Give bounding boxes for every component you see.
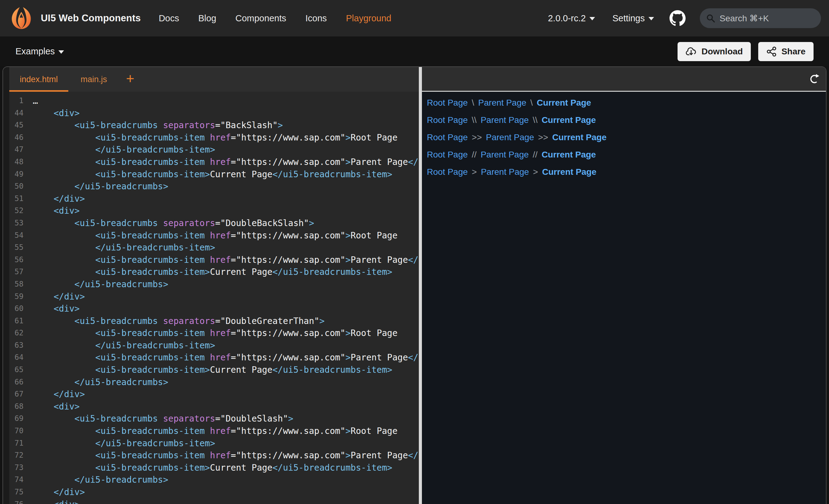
code-line: 67 </div>	[9, 388, 419, 400]
code-line: 60 <div>	[9, 303, 419, 315]
line-number: 57	[9, 266, 24, 278]
search-input[interactable]: Search ⌘+K	[700, 8, 821, 28]
line-number: 55	[9, 241, 24, 254]
code-line-content[interactable]: <ui5-breadcrumbs-item href="https://www.…	[24, 425, 397, 437]
code-line: 72 <ui5-breadcrumbs-item href="https://w…	[9, 449, 419, 462]
share-icon	[766, 46, 777, 57]
code-line: 65 <ui5-breadcrumbs-item>Current Page</u…	[9, 364, 419, 376]
line-number: 51	[9, 193, 24, 205]
code-line: 56 <ui5-breadcrumbs-item href="https://w…	[9, 254, 419, 266]
refresh-button[interactable]	[808, 73, 820, 85]
code-line-content[interactable]: <ui5-breadcrumbs-item>Current Page</ui5-…	[24, 364, 392, 376]
breadcrumb-separator: >	[468, 167, 481, 177]
line-number: 62	[9, 327, 24, 339]
code-line-content[interactable]: </ui5-breadcrumbs-item>	[24, 339, 215, 352]
breadcrumb-link[interactable]: Root Page	[427, 98, 468, 108]
code-line-content[interactable]: <ui5-breadcrumbs-item href="https://www.…	[24, 327, 397, 339]
code-line-content[interactable]: </div>	[24, 388, 85, 400]
code-line-content[interactable]: <div>	[24, 303, 80, 315]
nav-link-icons[interactable]: Icons	[305, 13, 327, 24]
tab-index-html[interactable]: index.html	[9, 67, 68, 92]
nav-link-blog[interactable]: Blog	[198, 13, 216, 24]
examples-dropdown[interactable]: Examples	[15, 46, 64, 56]
breadcrumb-link[interactable]: Root Page	[427, 115, 468, 125]
github-icon	[670, 10, 686, 26]
code-line: 74 </ui5-breadcrumbs>	[9, 474, 419, 486]
line-number: 48	[9, 156, 24, 168]
code-line-content[interactable]: <div>	[24, 498, 80, 504]
code-line: 50 </ui5-breadcrumbs>	[9, 180, 419, 193]
code-line-content[interactable]: <div>	[24, 107, 80, 119]
code-line-content[interactable]: <ui5-breadcrumbs-item>Current Page</ui5-…	[24, 266, 392, 278]
line-number: 65	[9, 364, 24, 376]
code-line-content[interactable]: </div>	[24, 290, 85, 303]
main-nav: DocsBlogComponentsIconsPlayground	[158, 13, 391, 24]
chevron-down-icon	[59, 50, 64, 54]
examples-toolbar: Examples Download Share	[0, 36, 829, 66]
brand-home-link[interactable]: UI5 Web Components	[8, 6, 141, 31]
code-line-content[interactable]: </ui5-breadcrumbs>	[24, 180, 168, 193]
breadcrumb-link[interactable]: Parent Page	[481, 115, 529, 125]
nav-link-components[interactable]: Components	[236, 13, 286, 24]
code-line-content[interactable]: </ui5-breadcrumbs>	[24, 376, 168, 388]
search-icon	[706, 13, 715, 23]
line-number: 52	[9, 205, 24, 217]
panel-resize-divider[interactable]	[419, 67, 422, 504]
breadcrumb-link[interactable]: Parent Page	[481, 167, 529, 177]
breadcrumb-current: Current Page	[542, 150, 596, 160]
code-editor[interactable]: 1…44 <div>45 <ui5-breadcrumbs separators…	[9, 92, 419, 504]
settings-dropdown[interactable]: Settings	[612, 13, 654, 24]
breadcrumb-link[interactable]: Parent Page	[481, 150, 529, 160]
code-line-content[interactable]: <ui5-breadcrumbs-item href="https://www.…	[24, 156, 419, 168]
code-line-content[interactable]: <div>	[24, 400, 80, 413]
code-line-content[interactable]: </ui5-breadcrumbs-item>	[24, 144, 215, 156]
breadcrumb-separator: \\	[529, 115, 542, 125]
code-line: 54 <ui5-breadcrumbs-item href="https://w…	[9, 229, 419, 242]
code-line-content[interactable]: <ui5-breadcrumbs-item href="https://www.…	[24, 254, 419, 266]
breadcrumb-link[interactable]: Root Page	[427, 132, 468, 142]
breadcrumb-link[interactable]: Root Page	[427, 150, 468, 160]
tab-main-js[interactable]: main.js	[68, 67, 119, 92]
code-line-content[interactable]: <ui5-breadcrumbs separators="DoubleGreat…	[24, 315, 325, 327]
code-line-content[interactable]: </ui5-breadcrumbs-item>	[24, 241, 215, 254]
code-line-content[interactable]: <ui5-breadcrumbs separators="BackSlash">	[24, 119, 283, 131]
code-line-content[interactable]: </div>	[24, 486, 85, 498]
download-button[interactable]: Download	[678, 42, 751, 61]
breadcrumb-row: Root Page\Parent Page\Current Page	[427, 96, 826, 109]
line-number: 76	[9, 498, 24, 504]
code-line-content[interactable]: …	[24, 95, 38, 107]
line-number: 46	[9, 131, 24, 144]
line-number: 45	[9, 119, 24, 131]
code-line-content[interactable]: </ui5-breadcrumbs>	[24, 474, 168, 486]
code-line-content[interactable]: <ui5-breadcrumbs-item>Current Page</ui5-…	[24, 168, 392, 181]
code-line-content[interactable]: <div>	[24, 205, 80, 217]
breadcrumb-link[interactable]: Parent Page	[486, 132, 534, 142]
nav-link-docs[interactable]: Docs	[158, 13, 179, 24]
code-line-content[interactable]: <ui5-breadcrumbs-item>Current Page</ui5-…	[24, 462, 392, 474]
code-line-content[interactable]: </ui5-breadcrumbs-item>	[24, 437, 215, 450]
code-line-content[interactable]: <ui5-breadcrumbs-item href="https://www.…	[24, 449, 419, 462]
code-line-content[interactable]: <ui5-breadcrumbs-item href="https://www.…	[24, 131, 397, 144]
breadcrumb-link[interactable]: Parent Page	[478, 98, 527, 108]
version-dropdown[interactable]: 2.0.0-rc.2	[548, 13, 595, 24]
line-number: 61	[9, 315, 24, 327]
github-link[interactable]	[670, 10, 686, 26]
code-line-content[interactable]: <ui5-breadcrumbs-item href="https://www.…	[24, 229, 397, 242]
code-line-content[interactable]: </div>	[24, 193, 85, 205]
breadcrumb-separator: //	[529, 150, 542, 160]
code-line-content[interactable]: </ui5-breadcrumbs>	[24, 278, 168, 290]
new-tab-button[interactable]: +	[119, 67, 141, 92]
breadcrumb-separator: \	[468, 98, 478, 108]
breadcrumb-row: Root Page//Parent Page//Current Page	[427, 149, 826, 161]
share-button[interactable]: Share	[758, 42, 814, 61]
code-line-content[interactable]: <ui5-breadcrumbs separators="DoubleSlash…	[24, 413, 293, 425]
code-line-content[interactable]: <ui5-breadcrumbs-item href="https://www.…	[24, 351, 419, 364]
code-line-content[interactable]: <ui5-breadcrumbs separators="DoubleBackS…	[24, 217, 314, 229]
breadcrumb-separator: >>	[468, 132, 486, 142]
nav-link-playground[interactable]: Playground	[346, 13, 391, 24]
line-number: 68	[9, 400, 24, 413]
breadcrumb-row: Root Page>Parent Page>Current Page	[427, 166, 826, 178]
line-number: 70	[9, 425, 24, 437]
breadcrumb-link[interactable]: Root Page	[427, 167, 468, 177]
code-line: 70 <ui5-breadcrumbs-item href="https://w…	[9, 425, 419, 437]
